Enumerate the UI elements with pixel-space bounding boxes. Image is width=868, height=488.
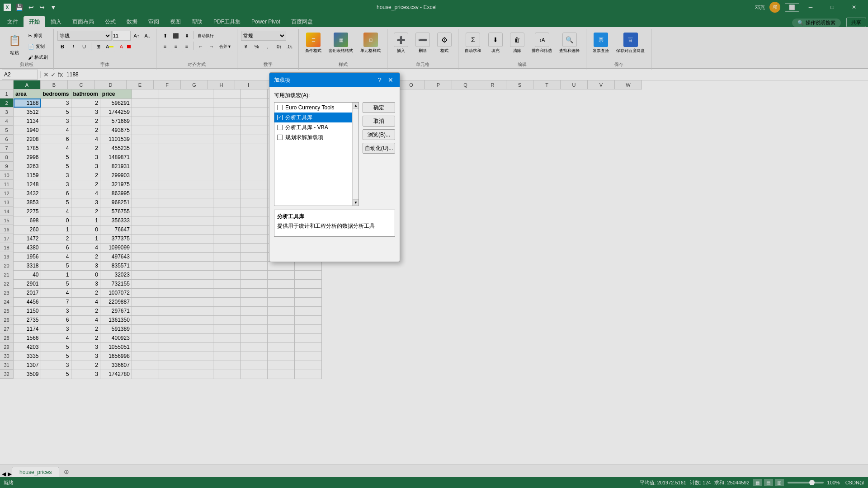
dialog-ok-button[interactable]: 确定	[363, 102, 395, 113]
dialog-desc-text: 提供用于统计和工程分析的数据分析工具	[277, 222, 392, 230]
dialog-buttons: 确定 取消 浏览(B)... 自动化(U)...	[363, 102, 395, 206]
dialog-main-area: Euro Currency Tools ✓ 分析工具库 分析工具库 - VBA	[274, 102, 395, 206]
dialog-browse-button[interactable]: 浏览(B)...	[363, 129, 395, 140]
addon-dialog: 加载项 ? ✕ 可用加载宏(A): Euro Currency Tools	[269, 72, 400, 262]
list-scrollbar[interactable]: ▲ ▼	[352, 103, 359, 206]
dialog-overlay: 加载项 ? ✕ 可用加载宏(A): Euro Currency Tools	[0, 0, 868, 488]
scroll-up-arrow[interactable]: ▲	[353, 103, 359, 109]
list-item-analysis[interactable]: ✓ 分析工具库	[274, 113, 359, 122]
scroll-down-arrow[interactable]: ▼	[353, 199, 359, 206]
list-item-euro[interactable]: Euro Currency Tools	[274, 103, 359, 113]
list-item-vba-label: 分析工具库 - VBA	[285, 124, 328, 131]
dialog-addon-list[interactable]: Euro Currency Tools ✓ 分析工具库 分析工具库 - VBA	[274, 102, 359, 206]
dialog-title-buttons: ? ✕	[375, 75, 395, 84]
list-item-analysis-vba[interactable]: 分析工具库 - VBA	[274, 122, 359, 132]
dialog-list-label: 可用加载宏(A):	[274, 92, 395, 99]
dialog-body: 可用加载宏(A): Euro Currency Tools ✓ 分析工具库	[269, 87, 400, 241]
dialog-title-bar: 加载项 ? ✕	[269, 73, 400, 87]
dialog-help-btn[interactable]: ?	[375, 75, 384, 84]
dialog-cancel-button[interactable]: 取消	[363, 116, 395, 127]
checkbox-vba[interactable]	[277, 125, 283, 130]
dialog-auto-button[interactable]: 自动化(U)...	[363, 143, 395, 154]
dialog-close-btn[interactable]: ✕	[386, 75, 395, 84]
list-item-solver[interactable]: 规划求解加载项	[274, 132, 359, 142]
dialog-desc-title: 分析工具库	[277, 213, 392, 221]
checkbox-analysis[interactable]: ✓	[277, 115, 283, 120]
dialog-title: 加载项	[274, 76, 290, 84]
dialog-description-box: 分析工具库 提供用于统计和工程分析的数据分析工具	[274, 210, 395, 237]
list-item-analysis-label: 分析工具库	[285, 114, 312, 122]
list-item-euro-label: Euro Currency Tools	[285, 104, 335, 111]
checkbox-solver[interactable]	[277, 135, 283, 140]
list-item-solver-label: 规划求解加载项	[285, 134, 323, 141]
checkbox-euro[interactable]	[277, 105, 283, 110]
scroll-track	[353, 109, 359, 199]
